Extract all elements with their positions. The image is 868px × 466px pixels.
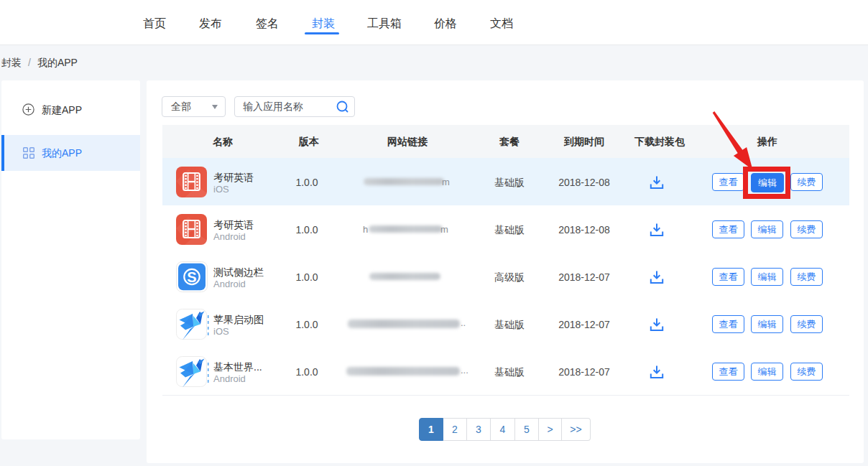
svg-text:S: S	[187, 269, 196, 284]
